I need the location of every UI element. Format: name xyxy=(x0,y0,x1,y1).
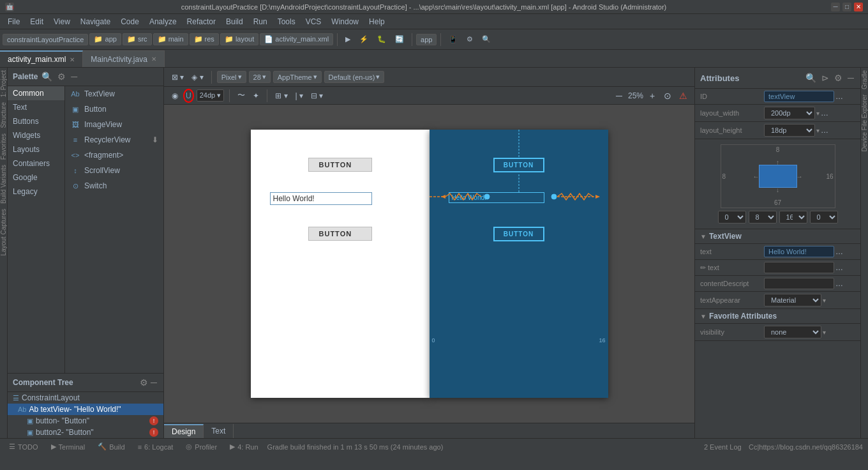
attr-text-input[interactable] xyxy=(764,246,834,257)
event-log[interactable]: 2 Event Log xyxy=(704,443,742,451)
palette-cat-text[interactable]: Text xyxy=(8,100,64,114)
status-build[interactable]: 🔨 Build xyxy=(94,441,128,452)
structure-label[interactable]: Structure xyxy=(0,100,8,131)
palette-cat-google[interactable]: Google xyxy=(8,171,64,185)
palette-cat-containers[interactable]: Containers xyxy=(8,156,64,171)
debug-button[interactable]: 🐛 xyxy=(373,32,390,47)
app-config[interactable]: app xyxy=(416,34,437,45)
margin-bottom-select[interactable]: 0816 xyxy=(810,211,838,224)
breadcrumb-res[interactable]: 📁 res xyxy=(190,33,219,45)
project-breadcrumb[interactable]: constraintLayoutPractice xyxy=(3,34,88,45)
api-selector[interactable]: 28 ▾ xyxy=(249,71,271,83)
breadcrumb-src[interactable]: 📁 src xyxy=(123,33,152,45)
lightning-button[interactable]: ⚡ xyxy=(355,32,372,47)
tab-activity-main[interactable]: activity_main.xml ✕ xyxy=(0,50,83,67)
palette-cat-buttons[interactable]: Buttons xyxy=(8,114,64,128)
palette-cat-common[interactable]: Common xyxy=(8,86,64,100)
tree-item-button2[interactable]: ▣ button2- "Button" ! xyxy=(8,427,163,438)
bottom-tab-text[interactable]: Text xyxy=(204,424,234,438)
menu-build[interactable]: Build xyxy=(221,16,248,27)
minimize-button[interactable]: ─ xyxy=(831,3,840,11)
menu-file[interactable]: File xyxy=(3,16,25,27)
menu-run[interactable]: Run xyxy=(248,16,273,27)
attr-settings-icon[interactable]: ⚙ xyxy=(833,72,844,84)
orientation-btn[interactable]: ◈ ▾ xyxy=(189,72,206,83)
tree-item-textview[interactable]: Ab Ab textView- "Hello World!" xyxy=(8,404,163,415)
palette-widget-textview[interactable]: Ab TextView xyxy=(65,86,163,102)
breadcrumb-app[interactable]: 📁 app xyxy=(89,33,121,45)
status-logcat[interactable]: ≡ 6: Logcat xyxy=(134,442,177,452)
distribute-btn[interactable]: ⊟ ▾ xyxy=(308,90,326,102)
project-label[interactable]: 1: Project xyxy=(0,68,8,100)
device-selector[interactable]: Pixel ▾ xyxy=(217,71,246,83)
attr-id-input[interactable] xyxy=(764,91,834,102)
palette-cat-layouts[interactable]: Layouts xyxy=(8,142,64,156)
palette-close-icon[interactable]: ─ xyxy=(70,70,79,83)
tree-settings-icon[interactable]: ⚙ xyxy=(138,376,149,389)
gradle-sync[interactable]: 🔄 xyxy=(391,32,408,47)
design-textview[interactable]: Hello World! xyxy=(270,192,372,205)
menu-view[interactable]: View xyxy=(49,16,75,27)
tree-item-button1[interactable]: ▣ button- "Button" ! xyxy=(8,415,163,427)
menu-refactor[interactable]: Refactor xyxy=(182,16,221,27)
design-view[interactable]: BUTTON Hello World! BUTTON xyxy=(251,130,430,398)
build-variants-label[interactable]: Build Variants xyxy=(0,162,8,206)
margin-left-select[interactable]: 8016 xyxy=(749,211,777,224)
theme-selector[interactable]: AppTheme ▾ xyxy=(273,71,322,83)
tab-main-activity[interactable]: MainActivity.java ✕ xyxy=(83,50,164,67)
palette-widget-scrollview[interactable]: ↕ ScrollView xyxy=(65,163,163,178)
breadcrumb-layout[interactable]: 📁 layout xyxy=(220,33,258,45)
design-button1[interactable]: BUTTON xyxy=(308,158,372,172)
blueprint-button2[interactable]: BUTTON xyxy=(493,227,544,241)
tab-close-main[interactable]: ✕ xyxy=(70,56,75,63)
menu-navigate[interactable]: Navigate xyxy=(75,16,116,27)
zoom-fit-btn[interactable]: ⊙ xyxy=(661,89,674,102)
attr-search-icon[interactable]: 🔍 xyxy=(804,72,818,84)
palette-cat-legacy[interactable]: Legacy xyxy=(8,185,64,199)
zoom-in-btn[interactable]: + xyxy=(646,89,659,102)
maximize-button[interactable]: □ xyxy=(842,3,851,11)
infer-constraints-btn[interactable]: 〜 xyxy=(235,89,248,102)
blueprint-textview[interactable]: Hello World! xyxy=(449,192,544,203)
sdk-button[interactable]: 📱 xyxy=(445,32,461,47)
attr-content-desc-input[interactable] xyxy=(764,278,834,289)
favorite-section-header[interactable]: ▼ Favorite Attributes xyxy=(695,309,860,324)
margin-top-select[interactable]: 0816 xyxy=(718,211,746,224)
attr-text-appear-select[interactable]: Material xyxy=(764,294,821,307)
attr-text-edit-input[interactable] xyxy=(764,262,834,273)
locale-selector[interactable]: Default (en-us) ▾ xyxy=(324,71,385,83)
blueprint-button1[interactable]: BUTTON xyxy=(493,158,544,172)
status-todo[interactable]: ☰ TODO xyxy=(5,441,42,452)
menu-tools[interactable]: Tools xyxy=(273,16,301,27)
palette-widget-switch[interactable]: ⊙ Switch xyxy=(65,178,163,193)
autoconnect-btn[interactable]: U xyxy=(183,89,194,103)
guidelines-btn[interactable]: | ▾ xyxy=(293,90,306,102)
breadcrumb-file[interactable]: 📄 activity_main.xml xyxy=(260,33,333,45)
menu-edit[interactable]: Edit xyxy=(25,16,49,27)
blueprint-view[interactable]: 0 16 BUTTON Hello World! BUTTON xyxy=(430,130,608,398)
status-profiler[interactable]: ◎ Profiler xyxy=(182,441,221,452)
attr-width-select[interactable]: 200dp match_parent wrap_content xyxy=(764,107,815,119)
menu-vcs[interactable]: VCS xyxy=(301,16,327,27)
tree-collapse-icon[interactable]: ─ xyxy=(149,376,158,389)
tree-item-constraintlayout[interactable]: ☰ ConstraintLayout xyxy=(8,392,163,404)
view-toggle-btn[interactable]: ⊠ ▾ xyxy=(169,72,186,83)
palette-settings-icon[interactable]: ⚙ xyxy=(56,70,67,83)
show-constraints-btn[interactable]: ◉ xyxy=(169,90,181,102)
status-run[interactable]: ▶ 4: Run xyxy=(226,441,262,452)
zoom-warning[interactable]: ⚠ xyxy=(677,89,689,102)
palette-widget-button[interactable]: ▣ Button xyxy=(65,102,163,117)
magic-btn[interactable]: ✦ xyxy=(250,90,262,102)
design-button2[interactable]: BUTTON xyxy=(308,227,372,241)
textview-section-header[interactable]: ▼ TextView xyxy=(695,229,860,244)
menu-analyze[interactable]: Analyze xyxy=(144,16,182,27)
menu-code[interactable]: Code xyxy=(116,16,144,27)
settings-btn[interactable]: ⚙ xyxy=(463,32,477,47)
attr-nav-icon[interactable]: ⊳ xyxy=(820,72,830,84)
tab-close-java[interactable]: ✕ xyxy=(151,56,156,63)
palette-widget-recyclerview[interactable]: ≡ RecyclerView ⬇ xyxy=(65,132,163,148)
close-button[interactable]: ✕ xyxy=(854,3,863,11)
palette-search-icon[interactable]: 🔍 xyxy=(40,70,54,83)
menu-window[interactable]: Window xyxy=(326,16,364,27)
attr-visibility-select[interactable]: none visible invisible xyxy=(764,326,821,338)
